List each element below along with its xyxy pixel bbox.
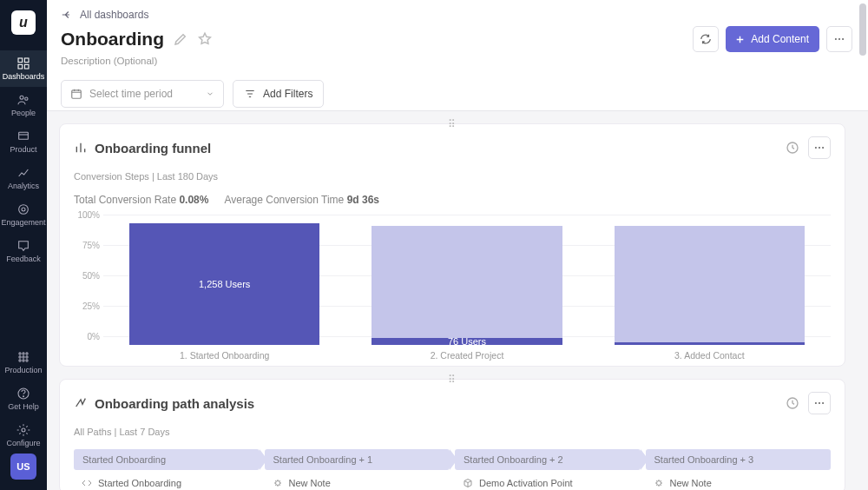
help-icon	[16, 387, 30, 401]
grid-icon	[16, 56, 30, 70]
funnel-chart: 100%75%50%25%0%1,258 Users76 Users 1. St…	[74, 215, 831, 361]
workspace-avatar[interactable]: US	[10, 454, 36, 480]
card-title: Onboarding path analysis	[95, 396, 254, 411]
sidebar-item-engagement[interactable]: Engagement	[0, 196, 47, 233]
time-period-placeholder: Select time period	[89, 88, 173, 100]
brand-logo[interactable]: u	[11, 10, 36, 35]
page-title: Onboarding	[61, 29, 164, 50]
svg-point-32	[822, 402, 824, 404]
path-step-item[interactable]: Demo Activation Point	[455, 475, 641, 490]
funnel-card: ⠿ Onboarding funnel Conversion Steps | L…	[59, 123, 845, 367]
more-button[interactable]	[826, 26, 852, 52]
avg-time-value: 9d 36s	[347, 194, 379, 206]
path-step-item[interactable]: New Note	[646, 475, 832, 490]
more-icon	[813, 397, 825, 409]
svg-rect-24	[72, 90, 82, 98]
clock-icon[interactable]	[784, 139, 801, 156]
note-icon	[272, 477, 284, 489]
path-step[interactable]: Started Onboarding + 2Demo Activation Po…	[455, 449, 641, 490]
sidebar-item-feedback[interactable]: Feedback	[0, 233, 47, 269]
funnel-bar-converted	[615, 342, 805, 345]
add-content-button[interactable]: Add Content	[726, 26, 819, 52]
svg-point-27	[819, 147, 820, 149]
sidebar-item-analytics[interactable]: Analytics	[0, 160, 47, 196]
path-step-item[interactable]: New Note	[265, 475, 450, 490]
breadcrumb-label: All dashboards	[80, 9, 148, 21]
path-step-item-label: Started Onboarding	[98, 478, 181, 488]
sidebar-item-configure[interactable]: Configure	[0, 417, 47, 454]
vertical-scrollbar[interactable]	[859, 2, 866, 488]
sidebar-label: Get Help	[8, 402, 39, 411]
feedback-icon	[16, 239, 30, 253]
svg-rect-2	[18, 64, 23, 69]
svg-point-4	[20, 96, 23, 99]
analytics-icon	[16, 166, 30, 180]
edit-icon[interactable]	[173, 31, 188, 47]
card-title: Onboarding funnel	[95, 141, 211, 156]
path-step-item[interactable]: Started Onboarding	[74, 475, 260, 490]
svg-point-8	[22, 208, 25, 211]
path-step-head: Started Onboarding + 2	[455, 449, 641, 470]
path-step[interactable]: Started Onboarding + 3New Note	[646, 449, 832, 490]
svg-point-10	[23, 353, 24, 354]
filter-icon	[244, 88, 256, 100]
time-period-select[interactable]: Select time period	[61, 80, 224, 108]
path-step[interactable]: Started Onboarding + 1New Note	[265, 449, 450, 490]
sidebar-item-product[interactable]: Product	[0, 123, 47, 160]
svg-point-31	[819, 402, 820, 404]
people-icon	[16, 93, 30, 107]
path-step-item-label: Demo Activation Point	[479, 478, 573, 488]
clock-icon[interactable]	[784, 394, 801, 412]
refresh-icon	[700, 33, 712, 45]
svg-point-12	[19, 356, 21, 358]
svg-point-9	[19, 353, 21, 354]
sidebar-item-people[interactable]: People	[0, 87, 47, 123]
add-filters-button[interactable]: Add Filters	[233, 80, 324, 108]
add-filters-label: Add Filters	[263, 88, 312, 100]
avg-time-label: Average Conversion Time	[224, 194, 344, 206]
paths-card: ⠿ Onboarding path analysis All Paths | L…	[59, 379, 845, 490]
page-description[interactable]: Description (Optional)	[61, 56, 852, 66]
card-more-button[interactable]	[808, 136, 831, 159]
svg-point-26	[815, 147, 817, 149]
more-icon	[833, 33, 845, 45]
card-subtitle: Conversion Steps | Last 180 Days	[74, 171, 831, 182]
calendar-icon	[70, 88, 82, 100]
svg-point-11	[26, 353, 28, 354]
path-step-item-label: New Note	[670, 478, 712, 488]
breadcrumb[interactable]: All dashboards	[61, 9, 852, 21]
funnel-bar-converted: 1,258 Users	[129, 223, 319, 345]
note-icon	[653, 477, 665, 489]
svg-point-17	[26, 360, 28, 361]
chevron-down-icon	[206, 89, 214, 98]
y-tick: 100%	[74, 210, 100, 220]
svg-point-28	[822, 147, 824, 149]
svg-point-21	[835, 38, 837, 40]
svg-point-19	[23, 396, 24, 397]
apps-icon	[16, 350, 30, 364]
drag-handle-icon[interactable]: ⠿	[448, 118, 457, 130]
y-tick: 25%	[74, 301, 100, 311]
total-rate-label: Total Conversion Rate	[74, 194, 176, 206]
funnel-bar-entered	[615, 226, 805, 345]
content-scroll[interactable]: ⠿ Onboarding funnel Conversion Steps | L…	[47, 111, 858, 490]
svg-point-15	[19, 360, 21, 361]
path-step-head: Started Onboarding	[74, 449, 260, 470]
refresh-button[interactable]	[693, 26, 719, 52]
card-more-button[interactable]	[808, 392, 831, 414]
path-step[interactable]: Started OnboardingStarted Onboarding	[74, 449, 260, 490]
svg-point-34	[656, 481, 661, 486]
drag-handle-icon[interactable]: ⠿	[448, 374, 457, 386]
svg-point-13	[23, 356, 24, 358]
total-rate-value: 0.08%	[179, 194, 208, 206]
sidebar-item-production[interactable]: Production	[0, 344, 47, 381]
sidebar-label: Engagement	[1, 218, 45, 227]
svg-point-22	[838, 38, 840, 40]
sidebar-item-get-help[interactable]: Get Help	[0, 381, 47, 417]
star-icon[interactable]	[197, 31, 213, 47]
y-tick: 0%	[74, 332, 100, 341]
x-tick: 3. Added Contact	[589, 350, 831, 361]
svg-rect-6	[19, 132, 29, 139]
sidebar-item-dashboards[interactable]: Dashboards	[0, 50, 47, 87]
more-icon	[813, 142, 825, 154]
